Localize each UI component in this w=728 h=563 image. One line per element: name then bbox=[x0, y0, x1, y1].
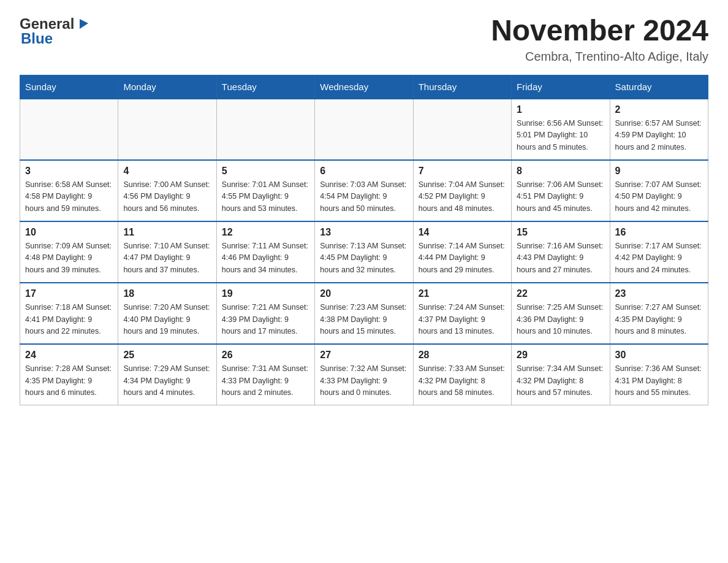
table-row: 19Sunrise: 7:21 AM Sunset: 4:39 PM Dayli… bbox=[216, 283, 314, 344]
day-detail: Sunrise: 7:01 AM Sunset: 4:55 PM Dayligh… bbox=[222, 179, 309, 215]
table-row bbox=[315, 99, 413, 160]
table-row: 2Sunrise: 6:57 AM Sunset: 4:59 PM Daylig… bbox=[610, 99, 708, 160]
calendar-body: 1Sunrise: 6:56 AM Sunset: 5:01 PM Daylig… bbox=[20, 99, 708, 405]
col-thursday: Thursday bbox=[413, 75, 511, 99]
table-row: 21Sunrise: 7:24 AM Sunset: 4:37 PM Dayli… bbox=[413, 283, 511, 344]
day-detail: Sunrise: 7:25 AM Sunset: 4:36 PM Dayligh… bbox=[517, 302, 604, 337]
day-detail: Sunrise: 6:57 AM Sunset: 4:59 PM Dayligh… bbox=[615, 118, 703, 153]
table-row bbox=[118, 99, 216, 160]
table-row: 23Sunrise: 7:27 AM Sunset: 4:35 PM Dayli… bbox=[610, 283, 708, 344]
day-number: 13 bbox=[320, 227, 408, 238]
day-detail: Sunrise: 7:17 AM Sunset: 4:42 PM Dayligh… bbox=[615, 240, 703, 276]
day-detail: Sunrise: 7:31 AM Sunset: 4:33 PM Dayligh… bbox=[222, 363, 309, 399]
table-row: 13Sunrise: 7:13 AM Sunset: 4:45 PM Dayli… bbox=[315, 221, 413, 283]
table-row: 12Sunrise: 7:11 AM Sunset: 4:46 PM Dayli… bbox=[216, 221, 314, 283]
table-row: 6Sunrise: 7:03 AM Sunset: 4:54 PM Daylig… bbox=[315, 160, 413, 221]
day-number: 3 bbox=[25, 166, 113, 177]
day-detail: Sunrise: 7:18 AM Sunset: 4:41 PM Dayligh… bbox=[25, 302, 113, 337]
day-number: 14 bbox=[419, 227, 506, 238]
day-number: 28 bbox=[419, 350, 506, 361]
table-row: 1Sunrise: 6:56 AM Sunset: 5:01 PM Daylig… bbox=[512, 99, 610, 160]
day-detail: Sunrise: 7:23 AM Sunset: 4:38 PM Dayligh… bbox=[320, 302, 408, 337]
day-number: 17 bbox=[25, 288, 113, 299]
table-row: 7Sunrise: 7:04 AM Sunset: 4:52 PM Daylig… bbox=[413, 160, 511, 221]
day-number: 5 bbox=[222, 166, 309, 177]
table-row: 17Sunrise: 7:18 AM Sunset: 4:41 PM Dayli… bbox=[20, 283, 118, 344]
title-block: November 2024 Cembra, Trentino-Alto Adig… bbox=[491, 15, 708, 64]
table-row: 4Sunrise: 7:00 AM Sunset: 4:56 PM Daylig… bbox=[118, 160, 216, 221]
day-detail: Sunrise: 7:21 AM Sunset: 4:39 PM Dayligh… bbox=[222, 302, 309, 337]
table-row: 22Sunrise: 7:25 AM Sunset: 4:36 PM Dayli… bbox=[512, 283, 610, 344]
day-detail: Sunrise: 7:34 AM Sunset: 4:32 PM Dayligh… bbox=[517, 363, 604, 399]
table-row: 20Sunrise: 7:23 AM Sunset: 4:38 PM Dayli… bbox=[315, 283, 413, 344]
day-detail: Sunrise: 7:11 AM Sunset: 4:46 PM Dayligh… bbox=[222, 240, 309, 276]
day-number: 11 bbox=[123, 227, 211, 238]
day-number: 23 bbox=[615, 288, 703, 299]
calendar-week-row: 10Sunrise: 7:09 AM Sunset: 4:48 PM Dayli… bbox=[20, 221, 708, 283]
day-number: 16 bbox=[615, 227, 703, 238]
day-number: 30 bbox=[615, 350, 703, 361]
logo-blue-text: Blue bbox=[21, 30, 53, 47]
day-number: 20 bbox=[320, 288, 408, 299]
day-number: 22 bbox=[517, 288, 604, 299]
page-subtitle: Cembra, Trentino-Alto Adige, Italy bbox=[491, 50, 708, 64]
day-number: 2 bbox=[615, 104, 703, 115]
day-detail: Sunrise: 7:14 AM Sunset: 4:44 PM Dayligh… bbox=[419, 240, 506, 276]
day-detail: Sunrise: 7:09 AM Sunset: 4:48 PM Dayligh… bbox=[25, 240, 113, 276]
day-number: 24 bbox=[25, 350, 113, 361]
day-detail: Sunrise: 6:56 AM Sunset: 5:01 PM Dayligh… bbox=[517, 118, 604, 153]
calendar-week-row: 24Sunrise: 7:28 AM Sunset: 4:35 PM Dayli… bbox=[20, 344, 708, 405]
table-row: 26Sunrise: 7:31 AM Sunset: 4:33 PM Dayli… bbox=[216, 344, 314, 405]
day-detail: Sunrise: 7:32 AM Sunset: 4:33 PM Dayligh… bbox=[320, 363, 408, 399]
day-detail: Sunrise: 7:29 AM Sunset: 4:34 PM Dayligh… bbox=[123, 363, 211, 399]
page-header: General Blue November 2024 Cembra, Trent… bbox=[20, 15, 708, 64]
day-detail: Sunrise: 7:27 AM Sunset: 4:35 PM Dayligh… bbox=[615, 302, 703, 337]
table-row: 9Sunrise: 7:07 AM Sunset: 4:50 PM Daylig… bbox=[610, 160, 708, 221]
day-number: 10 bbox=[25, 227, 113, 238]
col-sunday: Sunday bbox=[20, 75, 118, 99]
col-friday: Friday bbox=[512, 75, 610, 99]
calendar-week-row: 3Sunrise: 6:58 AM Sunset: 4:58 PM Daylig… bbox=[20, 160, 708, 221]
table-row bbox=[413, 99, 511, 160]
day-detail: Sunrise: 7:20 AM Sunset: 4:40 PM Dayligh… bbox=[123, 302, 211, 337]
table-row: 24Sunrise: 7:28 AM Sunset: 4:35 PM Dayli… bbox=[20, 344, 118, 405]
day-number: 6 bbox=[320, 166, 408, 177]
table-row: 16Sunrise: 7:17 AM Sunset: 4:42 PM Dayli… bbox=[610, 221, 708, 283]
table-row: 5Sunrise: 7:01 AM Sunset: 4:55 PM Daylig… bbox=[216, 160, 314, 221]
table-row: 15Sunrise: 7:16 AM Sunset: 4:43 PM Dayli… bbox=[512, 221, 610, 283]
day-detail: Sunrise: 7:24 AM Sunset: 4:37 PM Dayligh… bbox=[419, 302, 506, 337]
day-number: 19 bbox=[222, 288, 309, 299]
day-number: 8 bbox=[517, 166, 604, 177]
day-number: 21 bbox=[419, 288, 506, 299]
day-number: 9 bbox=[615, 166, 703, 177]
day-number: 29 bbox=[517, 350, 604, 361]
day-detail: Sunrise: 7:07 AM Sunset: 4:50 PM Dayligh… bbox=[615, 179, 703, 215]
day-number: 18 bbox=[123, 288, 211, 299]
table-row: 28Sunrise: 7:33 AM Sunset: 4:32 PM Dayli… bbox=[413, 344, 511, 405]
page-title: November 2024 bbox=[491, 15, 708, 47]
table-row bbox=[20, 99, 118, 160]
svg-marker-0 bbox=[80, 19, 88, 29]
day-detail: Sunrise: 7:13 AM Sunset: 4:45 PM Dayligh… bbox=[320, 240, 408, 276]
logo-arrow-icon bbox=[76, 17, 89, 33]
day-number: 25 bbox=[123, 350, 211, 361]
day-detail: Sunrise: 7:03 AM Sunset: 4:54 PM Dayligh… bbox=[320, 179, 408, 215]
table-row: 14Sunrise: 7:14 AM Sunset: 4:44 PM Dayli… bbox=[413, 221, 511, 283]
table-row: 30Sunrise: 7:36 AM Sunset: 4:31 PM Dayli… bbox=[610, 344, 708, 405]
day-detail: Sunrise: 7:36 AM Sunset: 4:31 PM Dayligh… bbox=[615, 363, 703, 399]
day-detail: Sunrise: 7:10 AM Sunset: 4:47 PM Dayligh… bbox=[123, 240, 211, 276]
day-detail: Sunrise: 7:04 AM Sunset: 4:52 PM Dayligh… bbox=[419, 179, 506, 215]
day-detail: Sunrise: 7:16 AM Sunset: 4:43 PM Dayligh… bbox=[517, 240, 604, 276]
calendar-week-row: 17Sunrise: 7:18 AM Sunset: 4:41 PM Dayli… bbox=[20, 283, 708, 344]
col-saturday: Saturday bbox=[610, 75, 708, 99]
table-row: 25Sunrise: 7:29 AM Sunset: 4:34 PM Dayli… bbox=[118, 344, 216, 405]
day-detail: Sunrise: 7:00 AM Sunset: 4:56 PM Dayligh… bbox=[123, 179, 211, 215]
day-number: 12 bbox=[222, 227, 309, 238]
table-row: 11Sunrise: 7:10 AM Sunset: 4:47 PM Dayli… bbox=[118, 221, 216, 283]
table-row: 8Sunrise: 7:06 AM Sunset: 4:51 PM Daylig… bbox=[512, 160, 610, 221]
day-detail: Sunrise: 7:28 AM Sunset: 4:35 PM Dayligh… bbox=[25, 363, 113, 399]
calendar-week-row: 1Sunrise: 6:56 AM Sunset: 5:01 PM Daylig… bbox=[20, 99, 708, 160]
day-number: 4 bbox=[123, 166, 211, 177]
day-detail: Sunrise: 7:33 AM Sunset: 4:32 PM Dayligh… bbox=[419, 363, 506, 399]
col-tuesday: Tuesday bbox=[216, 75, 314, 99]
